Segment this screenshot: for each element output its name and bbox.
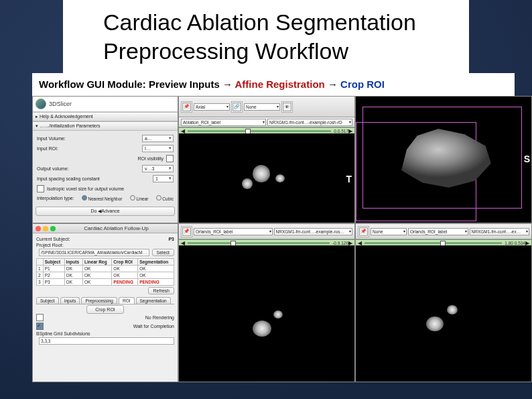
- status-cell: OK: [83, 279, 112, 286]
- status-cell: PENDING: [112, 279, 138, 286]
- status-cell: PENDING: [138, 279, 174, 286]
- dropdown-output-volume[interactable]: v…3: [142, 165, 174, 172]
- dd-background[interactable]: NRXGM1-fm-cont…-example-rosh-rD: [267, 119, 352, 126]
- input-project-root[interactable]: /SPINE/3DSLICER/CARMA_AtrialAblation/Car…: [39, 249, 149, 256]
- input-bspline[interactable]: 3,3,3: [39, 337, 174, 345]
- scrub-br[interactable]: ◀ 1.80 0.534 ▶: [356, 239, 531, 245]
- checkbox-wait[interactable]: ✓: [36, 323, 44, 330]
- dd-bl-bg[interactable]: NRXGM1-fm-cont…-example-rosh-rD: [274, 228, 353, 235]
- tab-segmentation[interactable]: Segmentation: [136, 297, 171, 304]
- status-col-header: Crop ROI: [112, 259, 138, 266]
- label-project-root: Project Root:: [36, 243, 63, 247]
- status-col-header: Segmentation: [138, 259, 174, 266]
- radio-interp-nn[interactable]: Nearest Neighbor: [88, 196, 123, 201]
- followup-titlebar: Cardiac Ablation Follow-Up: [33, 224, 178, 233]
- zoom-icon[interactable]: [50, 226, 56, 231]
- status-cell: OK: [138, 272, 174, 279]
- status-cell: OK: [64, 266, 82, 272]
- status-cell: OK: [83, 272, 112, 279]
- subtitle-prefix: Workflow GUI Module: Preview Inputs →: [39, 78, 235, 90]
- dd-br-label[interactable]: Orlands_ROI_label: [408, 228, 468, 235]
- slicer-logo-icon: [36, 99, 46, 109]
- scrub-value: 0.0.517: [334, 129, 348, 133]
- status-cell: 1: [37, 266, 44, 272]
- pin-icon[interactable]: 📌: [182, 103, 191, 111]
- viewer-bl-content[interactable]: [179, 245, 354, 382]
- pin-icon[interactable]: 📌: [182, 227, 191, 236]
- marker-t: T: [346, 174, 352, 184]
- dropdown-input-volume[interactable]: a…: [142, 135, 174, 142]
- label-no-rendering: No Rendering: [145, 315, 174, 320]
- status-col-header: Linear Reg: [83, 259, 112, 266]
- button-do-advance[interactable]: Do ◀Advance: [36, 207, 175, 216]
- status-cell: 2: [37, 272, 44, 279]
- dd-bl-label[interactable]: Orlands_ROI_label: [194, 228, 273, 235]
- label-interp: Interpolation type:: [37, 196, 74, 201]
- slide-title-block: Cardiac Ablation Segmentation Preprocess…: [63, 0, 469, 73]
- dd-orientation[interactable]: Axial: [194, 103, 230, 111]
- label-scaling: Input spacing scaling constant: [37, 176, 100, 181]
- viewer-axial-content[interactable]: T: [179, 133, 354, 223]
- subtitle-affine: Affine Registration: [235, 78, 325, 90]
- label-bspline: BSpline Grid Subdivisions: [36, 331, 90, 336]
- eye-icon[interactable]: 👁: [283, 103, 291, 111]
- followup-window: Cardiac Ablation Follow-Up Current Subje…: [32, 223, 178, 382]
- label-roi-visibility: ROI visibility: [137, 156, 163, 161]
- dd-label[interactable]: Ablation_ROI_label: [181, 119, 266, 126]
- minimize-icon[interactable]: [43, 226, 48, 231]
- label-wait: Wait for Completion: [133, 324, 174, 329]
- dd-foreground[interactable]: None: [244, 103, 280, 111]
- input-scaling[interactable]: 1: [153, 175, 174, 182]
- status-cell: P2: [43, 272, 64, 279]
- button-select[interactable]: Select: [152, 249, 174, 256]
- scrub-bl[interactable]: ◀ -0.9.126 ▶: [179, 239, 354, 245]
- status-cell: 3: [37, 279, 44, 286]
- content-area: 3DSlicer ▸ Help & Acknowledgement ▾ ……/I…: [32, 96, 532, 382]
- viewer-axial-toolbar: 📌 Axial 🔗 None 👁: [179, 97, 354, 117]
- viewer-bottom-left: 📌 Orlands_ROI_label NRXGM1-fm-cont…-exam…: [178, 223, 355, 382]
- section-help[interactable]: ▸ Help & Acknowledgement: [33, 112, 178, 121]
- section-params[interactable]: ▾ ……/Initialization Parameters: [33, 121, 178, 131]
- link-icon[interactable]: 🔗: [232, 103, 241, 111]
- dropdown-input-roi[interactable]: I…: [142, 145, 174, 152]
- radio-interp-linear[interactable]: Linear: [136, 196, 148, 201]
- subtitle-arrow: →: [325, 78, 340, 90]
- tabbar: SubjectInputsPreprocessingROISegmentatio…: [36, 297, 174, 304]
- pin-icon[interactable]: 📌: [359, 227, 368, 236]
- status-cell: OK: [112, 266, 138, 272]
- marker-s: S: [524, 154, 530, 164]
- scrub-axial[interactable]: ◀ 0.0.517 ▶: [179, 127, 354, 133]
- button-crop-roi[interactable]: Crop ROI: [86, 305, 124, 314]
- scrub-bl-value: -0.9.126: [332, 241, 348, 245]
- label-current-subject: Current Subject:: [36, 237, 70, 241]
- workflow-subtitle: Workflow GUI Module: Preview Inputs → Af…: [32, 73, 515, 96]
- button-refresh[interactable]: Refresh: [148, 287, 174, 294]
- status-cell: OK: [64, 279, 82, 286]
- checkbox-no-rendering[interactable]: [36, 314, 44, 321]
- close-icon[interactable]: [36, 226, 41, 231]
- slicer-header: 3DSlicer: [33, 97, 178, 112]
- table-row[interactable]: 2P2OKOKOKOK: [37, 272, 174, 279]
- viewer-br-content[interactable]: [356, 245, 531, 382]
- tab-inputs[interactable]: Inputs: [60, 297, 80, 304]
- scrub-br-value: 1.80 0.534: [505, 241, 525, 245]
- checkbox-roi-visibility[interactable]: [166, 155, 174, 162]
- checkbox-isotropic[interactable]: [37, 185, 44, 192]
- tab-subject[interactable]: Subject: [36, 297, 59, 304]
- slicer-app-name: 3DSlicer: [49, 101, 72, 107]
- tab-preprocessing[interactable]: Preprocessing: [81, 297, 117, 304]
- viewer-axial: 📌 Axial 🔗 None 👁 Ablation_ROI_label NRXG…: [178, 96, 355, 223]
- viewer-3d[interactable]: S: [355, 96, 532, 223]
- slicer-params-panel: 3DSlicer ▸ Help & Acknowledgement ▾ ……/I…: [32, 96, 178, 223]
- status-cell: P1: [43, 266, 64, 272]
- label-output-volume: Output volume:: [37, 166, 68, 171]
- viewer-br-toolbar: 📌 None Orlands_ROI_label NRXGM1-fm-cont……: [356, 224, 531, 239]
- dd-br-fg[interactable]: None: [371, 228, 407, 235]
- status-cell: OK: [83, 266, 112, 272]
- table-row[interactable]: 1P1OKOKOKOK: [37, 266, 174, 272]
- status-table: SubjectInputsLinear RegCrop ROISegmentat…: [36, 258, 174, 286]
- radio-interp-cubic[interactable]: Cubic: [162, 196, 174, 201]
- dd-br-bg[interactable]: NRXGM1-fm-cont…-example-rosh-rD: [470, 228, 530, 235]
- table-row[interactable]: 3P3OKOKPENDINGPENDING: [37, 279, 174, 286]
- tab-roi[interactable]: ROI: [119, 297, 135, 304]
